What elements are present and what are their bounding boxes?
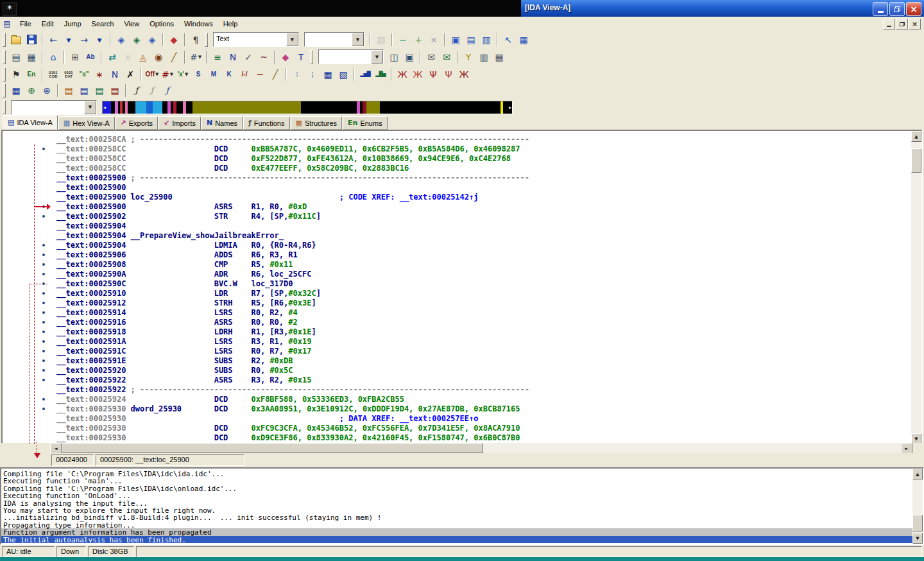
asm-line[interactable]: __text:00025900 ASRS R1, R0, #0xD (3, 202, 911, 212)
filter-funnel-button[interactable]: Y (461, 50, 475, 64)
search-sequence-button[interactable]: ◈ (145, 33, 159, 47)
make-string-button[interactable]: "s" (77, 67, 91, 82)
op-manual-button[interactable]: ╱ (268, 67, 282, 82)
mdi-document-icon[interactable]: ▤ (2, 19, 12, 29)
edit-text-button[interactable]: ╱ (167, 50, 181, 64)
asm-line[interactable]: __text:00025908 CMP R5, #0x11 (3, 260, 911, 270)
scroll-thumb[interactable] (62, 443, 483, 453)
tab-imports[interactable]: ↙Imports (158, 116, 201, 130)
scroll-track[interactable] (62, 443, 901, 453)
filter-columns-button[interactable]: ▥ (477, 50, 491, 64)
navband-left-arrow-icon[interactable]: ◂ (103, 105, 106, 110)
jump-problem-button[interactable]: ¶ (189, 33, 203, 47)
tab-structures[interactable]: ▦Structures (291, 116, 343, 130)
color-item-button[interactable]: ◆ (278, 50, 293, 64)
asm-line[interactable]: __text:00025906 ADDS R6, R3, R1 (3, 250, 911, 260)
produce-asm-file-button[interactable]: ▤ (108, 83, 122, 98)
bitwise-negate-button[interactable]: ~ (257, 50, 271, 64)
radix-convert-button[interactable]: ⇄ (105, 50, 119, 64)
ascii-chart-button[interactable]: Ab (83, 50, 98, 64)
navband-expand-button[interactable]: + (411, 33, 425, 47)
xrefs-graph-from-button[interactable]: Ж (411, 67, 425, 82)
jump-back-history-button[interactable]: ▾ (62, 33, 76, 47)
user-xrefs-chart-button[interactable]: Ж (457, 67, 471, 82)
chevron-down-icon[interactable]: ▼ (84, 101, 96, 114)
scroll-track[interactable] (912, 479, 923, 533)
save-database-button[interactable] (24, 33, 38, 47)
chevron-down-icon[interactable]: ▼ (286, 33, 298, 46)
asm-line[interactable]: __text:00025930 DCD 0xD9CE3F86, 0x833930… (3, 433, 911, 443)
show-selectors-button[interactable]: ▦ (24, 50, 38, 64)
menu-jump[interactable]: Jump (59, 19, 87, 29)
jump-forward-history-button[interactable]: ▾ (92, 33, 107, 47)
split-view-button[interactable]: ◫ (387, 50, 401, 64)
asm-line[interactable]: __text:00025930 dword_25930 DCD 0x3AA089… (3, 404, 911, 414)
scroll-down-button[interactable]: ▼ (912, 533, 923, 544)
asm-line[interactable]: __text:0002591E SUBS R2, #0xDB (3, 356, 911, 366)
asm-line[interactable]: __text:00025922 ASRS R3, R2, #0x15 (3, 375, 911, 385)
enter-repeatable-comment-button[interactable]: ; (305, 67, 320, 82)
output-line[interactable]: IDA is analysing the input file... (1, 499, 912, 506)
rename-button[interactable]: N (108, 67, 122, 82)
highlight-combo[interactable]: ▼ (318, 49, 384, 64)
load-additional-file-button[interactable]: ▤ (62, 83, 76, 98)
asm-line[interactable]: __text:0002591A LSRS R3, R1, #0x19 (3, 337, 911, 347)
output-line[interactable]: ...initializing bd_bindiff v1.8-Build:4 … (1, 514, 912, 521)
asm-line[interactable]: __text:00025900 ; ----------------------… (3, 173, 911, 183)
tab-hex-view-a[interactable]: ▥Hex View-A (58, 116, 115, 130)
asm-line[interactable]: __text:00025904 LDMIA R0, {R0-R4,R6} (3, 241, 911, 250)
search-text-button[interactable]: ◈ (130, 33, 144, 47)
ida-app-icon[interactable]: * (3, 2, 17, 16)
jump-back-button[interactable]: ← (46, 33, 60, 47)
windows-tile-vertically-button[interactable]: ▥ (479, 33, 493, 47)
navband-hide-button[interactable]: × (427, 33, 441, 47)
menu-view[interactable]: View (119, 19, 144, 29)
navband-combo[interactable]: ▼ (11, 100, 97, 115)
menu-windows[interactable]: Windows (179, 19, 218, 29)
reanalyze-button[interactable]: ◉ (151, 50, 166, 64)
asm-line[interactable]: __text:0002591C LSRS R0, R7, #0x17 (3, 347, 911, 356)
create-function-button[interactable]: ƒ (130, 83, 144, 98)
minimize-button[interactable] (873, 2, 888, 16)
chevron-down-icon[interactable]: ▼ (352, 33, 364, 46)
output-line[interactable]: Function argument information has been p… (1, 528, 912, 535)
scroll-up-button[interactable]: ▲ (911, 131, 921, 142)
output-line[interactable]: You may start to explore the input file … (1, 506, 912, 514)
make-array-button[interactable]: ∗ (92, 67, 107, 82)
navband-collapse-button[interactable]: − (396, 33, 410, 47)
output-line[interactable]: The initial autoanalysis has been finish… (1, 536, 912, 543)
search-error-button[interactable]: ◆ (167, 33, 181, 47)
toolbar-grip[interactable] (310, 50, 313, 64)
asm-line[interactable]: __text:000258CA ; ----------------------… (3, 135, 911, 144)
jump-to-segment-button[interactable]: ⌂ (46, 50, 60, 64)
jump-forward-button[interactable]: → (77, 33, 91, 47)
caller-tree-button[interactable]: Ψ (441, 67, 456, 82)
search-data-button[interactable]: ◈ (114, 33, 128, 47)
navband-right-arrow-icon[interactable]: ▸ (509, 105, 511, 110)
marker-flag-button[interactable]: ⚑ (9, 67, 23, 82)
toolbar-grip[interactable] (3, 67, 6, 82)
tab-exports[interactable]: ↗Exports (116, 116, 158, 130)
asm-line[interactable]: __text:00025918 LDRH R1, [R3,#0x1E] (3, 327, 911, 337)
output-line[interactable]: Compiling file 'C:\Program Files\IDA\idc… (1, 485, 912, 492)
close-button[interactable]: × (906, 2, 921, 16)
asm-line[interactable]: __text:00025902 STR R4, [SP,#0x11C] (3, 212, 911, 221)
output-vertical-scrollbar[interactable]: ▲ ▼ (912, 469, 923, 544)
produce-output-file-button[interactable]: ▤ (77, 83, 91, 98)
asm-line[interactable]: __text:000258CC DCD 0xBB5A787C, 0x4609ED… (3, 144, 911, 154)
op-number-button[interactable]: #▼ (160, 67, 175, 82)
asm-line[interactable]: __text:00025924 DCD 0xF8BF588, 0x53336ED… (3, 395, 911, 404)
menu-options[interactable]: Options (144, 19, 179, 29)
toolbar-grip[interactable] (3, 33, 6, 47)
chevron-down-icon[interactable]: ▼ (198, 55, 201, 60)
calculator-button[interactable]: ⊞ (68, 50, 82, 64)
tab-ida-view-a[interactable]: ▤IDA View-A (3, 115, 58, 130)
toolbar-grip[interactable] (205, 33, 208, 47)
chevron-down-icon[interactable]: ▼ (170, 72, 173, 77)
disasm-horizontal-scrollbar[interactable]: ◄ ► (50, 443, 912, 453)
asm-line[interactable]: __text:00025916 ASRS R0, R0, #2 (3, 318, 911, 327)
search-target-combo[interactable]: ▼ (304, 32, 364, 47)
op-bitwise-not-button[interactable]: ~ (253, 67, 267, 82)
scroll-up-button[interactable]: ▲ (912, 469, 923, 479)
op-enum-button[interactable]: M (207, 67, 221, 82)
